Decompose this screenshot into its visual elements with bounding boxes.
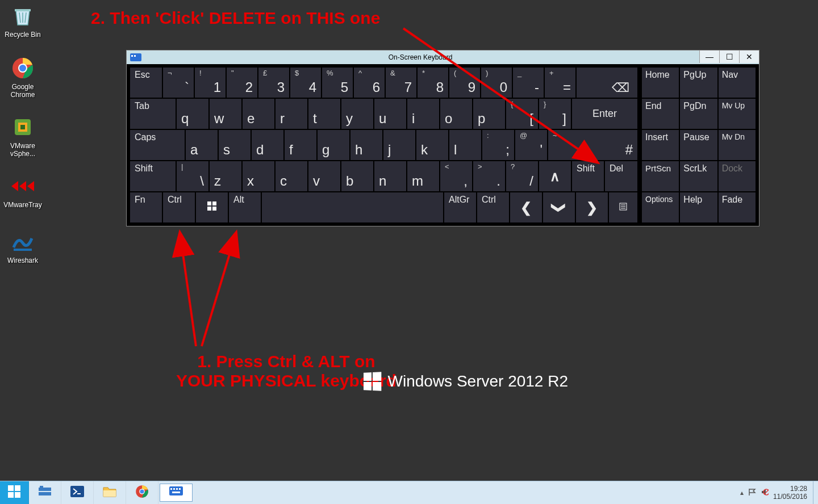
key-k[interactable]: k	[416, 130, 448, 160]
key-0[interactable]: )0	[481, 68, 512, 98]
tray-flag-icon[interactable]	[748, 488, 756, 498]
desktop-icon-chrome[interactable]: Google Chrome	[2, 54, 43, 99]
key-i[interactable]: i	[407, 99, 439, 129]
maximize-button[interactable]: ☐	[719, 51, 739, 63]
key-comma[interactable]: <,	[440, 161, 472, 191]
key-quote[interactable]: @'	[515, 130, 547, 160]
key-e[interactable]: e	[243, 99, 274, 129]
key-down[interactable]: ❯	[543, 192, 575, 222]
key-end[interactable]: End	[642, 99, 679, 129]
key-up[interactable]: ∧	[539, 161, 571, 191]
key-9[interactable]: (9	[449, 68, 480, 98]
key-left[interactable]: ❮	[510, 192, 542, 222]
key-help[interactable]: Help	[680, 192, 717, 222]
key-s[interactable]: s	[219, 130, 251, 160]
key-enter[interactable]: Enter	[572, 99, 637, 129]
key-c[interactable]: c	[276, 161, 307, 191]
key-esc[interactable]: Esc	[130, 68, 162, 98]
key-t[interactable]: t	[308, 99, 340, 129]
key-j[interactable]: j	[383, 130, 415, 160]
key-q[interactable]: q	[177, 99, 208, 129]
key-n[interactable]: n	[374, 161, 406, 191]
key-right[interactable]: ❯	[576, 192, 608, 222]
key-pgup[interactable]: PgUp	[680, 68, 717, 98]
key-win[interactable]	[196, 192, 228, 222]
key-period[interactable]: >.	[473, 161, 505, 191]
taskbar-powershell[interactable]	[61, 481, 94, 504]
key-fn[interactable]: Fn	[130, 192, 162, 222]
key-2[interactable]: "2	[227, 68, 257, 98]
key-1[interactable]: !1	[195, 68, 226, 98]
taskbar-osk-running[interactable]	[160, 484, 193, 502]
tray-up-icon[interactable]: ▴	[740, 489, 744, 497]
key-semicolon[interactable]: :;	[482, 130, 514, 160]
key-m[interactable]: m	[407, 161, 439, 191]
key-mvdn[interactable]: Mv Dn	[719, 130, 756, 160]
key-hash[interactable]: ~#	[548, 130, 637, 160]
desktop-icon-vmware-tray[interactable]: VMwareTray	[2, 173, 43, 209]
key-lshift[interactable]: Shift	[130, 161, 176, 191]
key-bracket-close[interactable]: }]	[539, 99, 571, 129]
key-dock[interactable]: Dock	[719, 161, 756, 191]
show-desktop-button[interactable]	[813, 481, 818, 504]
key-backspace[interactable]: ⌫	[577, 68, 637, 98]
desktop-icon-vmware-vsphere[interactable]: VMware vSphe...	[2, 114, 43, 158]
minimize-button[interactable]: —	[699, 51, 719, 63]
key-o[interactable]: o	[440, 99, 472, 129]
key-equals[interactable]: +=	[545, 68, 575, 98]
tray-volume-icon[interactable]	[761, 488, 769, 498]
key-4[interactable]: $4	[290, 68, 321, 98]
key-p[interactable]: p	[473, 99, 505, 129]
key-u[interactable]: u	[374, 99, 406, 129]
key-g[interactable]: g	[318, 130, 349, 160]
key-options[interactable]: Options	[642, 192, 679, 222]
key-rshift[interactable]: Shift	[572, 161, 604, 191]
tray-clock[interactable]: 19:28 11/05/2016	[773, 485, 807, 501]
key-backslash[interactable]: |\	[177, 161, 208, 191]
key-z[interactable]: z	[210, 161, 241, 191]
key-v[interactable]: v	[308, 161, 340, 191]
taskbar-chrome[interactable]	[126, 481, 158, 504]
key-b[interactable]: b	[341, 161, 373, 191]
key-f[interactable]: f	[285, 130, 316, 160]
key-scrlk[interactable]: ScrLk	[680, 161, 717, 191]
start-button[interactable]	[0, 481, 29, 504]
desktop-icon-recycle-bin[interactable]: Recycle Bin	[2, 2, 43, 39]
key-8[interactable]: *8	[418, 68, 448, 98]
key-6[interactable]: ^6	[354, 68, 385, 98]
key-del[interactable]: Del	[605, 161, 637, 191]
key-rctrl[interactable]: Ctrl	[477, 192, 509, 222]
key-lctrl[interactable]: Ctrl	[163, 192, 195, 222]
key-x[interactable]: x	[243, 161, 274, 191]
key-mvup[interactable]: Mv Up	[719, 99, 756, 129]
key-minus[interactable]: _-	[513, 68, 544, 98]
key-l[interactable]: l	[449, 130, 481, 160]
key-h[interactable]: h	[350, 130, 382, 160]
key-pgdn[interactable]: PgDn	[680, 99, 717, 129]
taskbar-server-manager[interactable]	[29, 481, 61, 504]
taskbar-explorer[interactable]	[94, 481, 126, 504]
key-backtick[interactable]: ¬`	[163, 68, 194, 98]
key-7[interactable]: &7	[386, 68, 416, 98]
key-3[interactable]: £3	[258, 68, 289, 98]
key-tab[interactable]: Tab	[130, 99, 176, 129]
key-y[interactable]: y	[341, 99, 373, 129]
key-insert[interactable]: Insert	[642, 130, 679, 160]
key-prtscn[interactable]: PrtScn	[642, 161, 679, 191]
osk-titlebar[interactable]: On-Screen Keyboard — ☐ ✕	[127, 51, 759, 64]
desktop-icon-wireshark[interactable]: Wireshark	[2, 228, 43, 264]
key-d[interactable]: d	[252, 130, 283, 160]
key-a[interactable]: a	[186, 130, 218, 160]
key-w[interactable]: w	[210, 99, 241, 129]
key-pause[interactable]: Pause	[680, 130, 717, 160]
osk-window[interactable]: On-Screen Keyboard — ☐ ✕ Esc ¬` !1 "2 £3…	[126, 50, 759, 226]
close-button[interactable]: ✕	[739, 51, 759, 63]
key-space[interactable]	[262, 192, 443, 222]
key-slash[interactable]: ?/	[506, 161, 538, 191]
key-fade[interactable]: Fade	[719, 192, 756, 222]
key-altgr[interactable]: AltGr	[444, 192, 476, 222]
key-r[interactable]: r	[276, 99, 307, 129]
key-home[interactable]: Home	[642, 68, 679, 98]
key-menu[interactable]	[609, 192, 637, 222]
key-caps[interactable]: Caps	[130, 130, 185, 160]
